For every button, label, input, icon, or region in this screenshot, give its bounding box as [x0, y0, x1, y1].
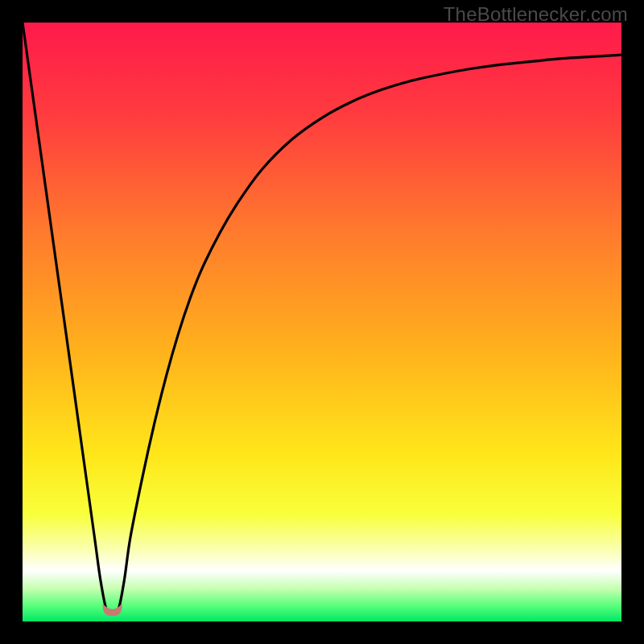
gradient-background	[23, 23, 621, 621]
plot-area	[23, 23, 621, 621]
bottleneck-curve-chart	[23, 23, 621, 621]
chart-frame: TheBottlenecker.com	[0, 0, 644, 644]
